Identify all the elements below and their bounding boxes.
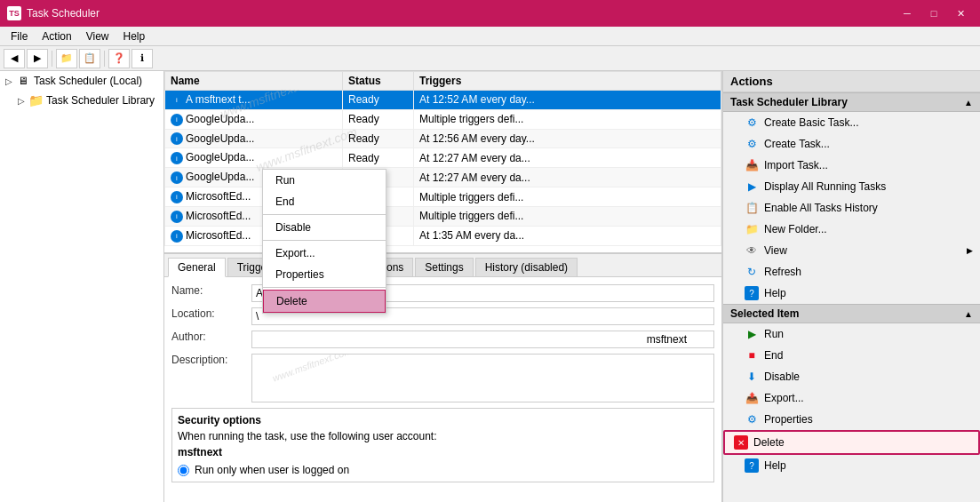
watermark-3: www.msfitnext.com	[271, 354, 354, 384]
ctx-export[interactable]: Export...	[263, 243, 386, 264]
delete-icon: ✕	[734, 435, 748, 450]
section-header-selected[interactable]: Selected Item ▲	[723, 304, 980, 323]
info-button[interactable]: ℹ	[131, 49, 153, 68]
task-status-cell: Ready	[343, 91, 414, 110]
task-status-cell: Ready	[343, 129, 414, 148]
expand-arrow-2: ▷	[18, 96, 25, 106]
ctx-properties[interactable]: Properties	[263, 264, 386, 285]
enable-history-icon: 📋	[745, 201, 759, 215]
maximize-button[interactable]: □	[921, 4, 946, 22]
name-label: Name:	[171, 284, 251, 297]
task-triggers-cell: Multiple triggers defi...	[414, 206, 721, 226]
menu-help[interactable]: Help	[116, 28, 153, 44]
table-row[interactable]: iMicrosoftEd...ReadyMultiple triggers de…	[165, 187, 721, 207]
section-header-library[interactable]: Task Scheduler Library ▲	[723, 92, 980, 112]
ctx-run[interactable]: Run	[263, 170, 386, 191]
ctx-end[interactable]: End	[263, 191, 386, 212]
ctx-disable[interactable]: Disable	[263, 217, 386, 238]
action-properties[interactable]: ⚙ Properties	[723, 409, 980, 430]
table-row[interactable]: iGoogleUpda...ReadyAt 12:27 AM every da.…	[165, 168, 721, 187]
task-button[interactable]: 📋	[79, 49, 100, 68]
col-name[interactable]: Name	[165, 72, 343, 91]
properties-icon: ⚙	[745, 412, 759, 426]
table-row[interactable]: iMicrosoftEd...ReadyMultiple triggers de…	[165, 206, 721, 226]
action-help-library[interactable]: ? Help	[723, 283, 980, 304]
task-table: Name Status Triggers iA msftnext t...Rea…	[164, 71, 721, 246]
col-triggers[interactable]: Triggers	[414, 72, 721, 91]
action-end[interactable]: ■ End	[723, 345, 980, 366]
menu-action[interactable]: Action	[35, 28, 78, 44]
action-create-task[interactable]: ⚙ Create Task...	[723, 133, 980, 155]
toolbar-separator-2	[104, 51, 105, 67]
back-button[interactable]: ◀	[4, 49, 25, 68]
task-table-area[interactable]: www.msfitnext.com www.msfitnext.com Name…	[164, 71, 721, 253]
description-value[interactable]: www.msfitnext.com	[251, 354, 714, 402]
create-basic-icon: ⚙	[745, 116, 759, 130]
tab-history[interactable]: History (disabled)	[475, 258, 578, 276]
new-folder-icon: 📁	[745, 222, 759, 236]
folder-button[interactable]: 📁	[56, 49, 77, 68]
table-row[interactable]: iGoogleUpda...ReadyAt 12:27 AM every da.…	[165, 148, 721, 168]
security-user: msftnext	[178, 446, 708, 458]
task-icon: i	[171, 191, 183, 203]
radio-logon[interactable]	[178, 465, 189, 476]
close-button[interactable]: ✕	[948, 4, 973, 22]
actions-header: Actions	[723, 71, 980, 92]
end-icon: ■	[745, 348, 759, 363]
action-create-basic[interactable]: ⚙ Create Basic Task...	[723, 112, 980, 133]
delete-label: Delete	[753, 436, 785, 449]
action-import[interactable]: 📥 Import Task...	[723, 155, 980, 176]
action-new-folder[interactable]: 📁 New Folder...	[723, 219, 980, 240]
help-button[interactable]: ❓	[108, 49, 130, 68]
radio-row: Run only when user is logged on	[178, 464, 708, 476]
ctx-delete[interactable]: Delete	[263, 290, 386, 313]
table-row[interactable]: iGoogleUpda...ReadyMultiple triggers def…	[165, 109, 721, 129]
enable-history-label: Enable All Tasks History	[764, 202, 878, 214]
table-row[interactable]: iGoogleUpda...ReadyAt 12:56 AM every day…	[165, 129, 721, 148]
view-icon: 👁	[745, 243, 759, 258]
name-row: Name: A msftnext task	[171, 284, 714, 302]
forward-button[interactable]: ▶	[27, 49, 48, 68]
help-library-label: Help	[764, 287, 786, 299]
window-title: Task Scheduler	[27, 7, 895, 20]
action-display-running[interactable]: ▶ Display All Running Tasks	[723, 176, 980, 197]
action-help-selected[interactable]: ? Help	[723, 455, 980, 476]
task-triggers-cell: At 12:27 AM every da...	[414, 148, 721, 168]
table-row[interactable]: iMicrosoftEd...ReadyAt 1:35 AM every da.…	[165, 226, 721, 245]
table-row[interactable]: iA msftnext t...ReadyAt 12:52 AM every d…	[165, 91, 721, 110]
tab-settings[interactable]: Settings	[415, 258, 473, 276]
minimize-button[interactable]: ─	[895, 4, 920, 22]
tree-item-root[interactable]: ▷ 🖥 Task Scheduler (Local)	[0, 71, 163, 91]
action-refresh[interactable]: ↻ Refresh	[723, 261, 980, 283]
task-icon: i	[171, 114, 183, 126]
action-enable-history[interactable]: 📋 Enable All Tasks History	[723, 197, 980, 219]
menu-view[interactable]: View	[79, 28, 116, 44]
ctx-sep-1	[263, 214, 386, 215]
tree-root-label: Task Scheduler (Local)	[34, 75, 142, 87]
menu-file[interactable]: File	[4, 28, 35, 44]
collapse-arrow-2: ▲	[964, 309, 973, 319]
task-icon: i	[171, 230, 183, 243]
action-export[interactable]: 📤 Export...	[723, 387, 980, 409]
folder-icon: 📁	[28, 93, 43, 108]
collapse-arrow-1: ▲	[964, 98, 973, 108]
tree-item-library[interactable]: ▷ 📁 Task Scheduler Library	[0, 91, 163, 110]
detail-tabs: General Triggers Actions Conditions Sett…	[164, 254, 721, 277]
action-view[interactable]: 👁 View	[723, 240, 980, 261]
tree-library-label: Task Scheduler Library	[46, 94, 155, 107]
tab-general[interactable]: General	[168, 258, 226, 277]
security-title: Security options	[178, 414, 708, 426]
author-value[interactable]: msftnext	[251, 331, 714, 348]
run-icon: ▶	[745, 327, 759, 341]
task-name-cell: iGoogleUpda...	[165, 129, 343, 148]
task-triggers-cell: At 12:27 AM every da...	[414, 168, 721, 187]
col-status[interactable]: Status	[343, 72, 414, 91]
task-name-cell: iGoogleUpda...	[165, 148, 343, 168]
task-name-cell: iA msftnext t...	[165, 91, 343, 110]
action-delete[interactable]: ✕ Delete	[723, 430, 980, 455]
detail-pane: General Triggers Actions Conditions Sett…	[164, 253, 721, 502]
window-controls: ─ □ ✕	[895, 4, 973, 22]
action-run[interactable]: ▶ Run	[723, 323, 980, 345]
action-disable[interactable]: ⬇ Disable	[723, 366, 980, 387]
location-label: Location:	[171, 307, 251, 320]
